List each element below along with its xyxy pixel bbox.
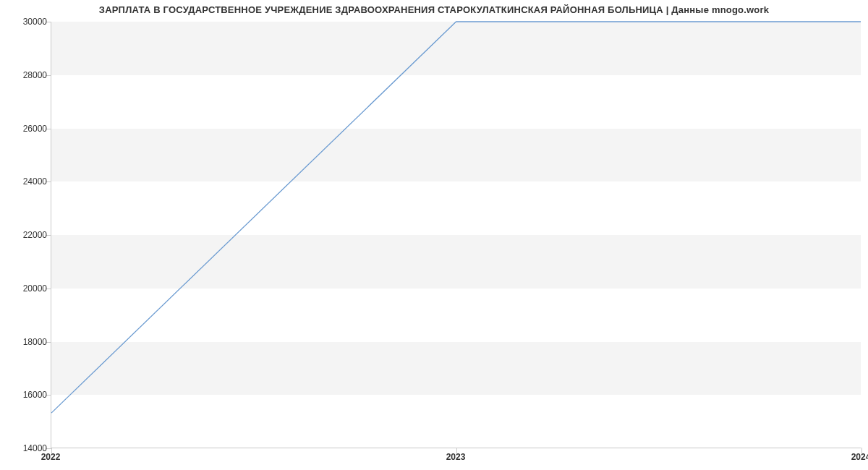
line-series [51,22,861,448]
x-axis-label: 2023 [446,452,466,462]
y-axis-label: 24000 [7,176,47,187]
x-axis-label: 2024 [851,452,868,462]
y-axis-label: 20000 [7,283,47,294]
data-line [51,22,861,413]
y-axis-label: 22000 [7,230,47,240]
y-axis-label: 16000 [7,390,47,400]
y-axis-label: 26000 [7,124,47,134]
plot-area [51,22,861,448]
chart-container: ЗАРПЛАТА В ГОСУДАРСТВЕННОЕ УЧРЕЖДЕНИЕ ЗД… [0,0,868,470]
chart-title: ЗАРПЛАТА В ГОСУДАРСТВЕННОЕ УЧРЕЖДЕНИЕ ЗД… [0,4,868,15]
y-axis-label: 28000 [7,70,47,80]
y-axis-label: 18000 [7,337,47,347]
x-axis-label: 2022 [41,452,61,462]
y-axis-label: 30000 [7,17,47,27]
